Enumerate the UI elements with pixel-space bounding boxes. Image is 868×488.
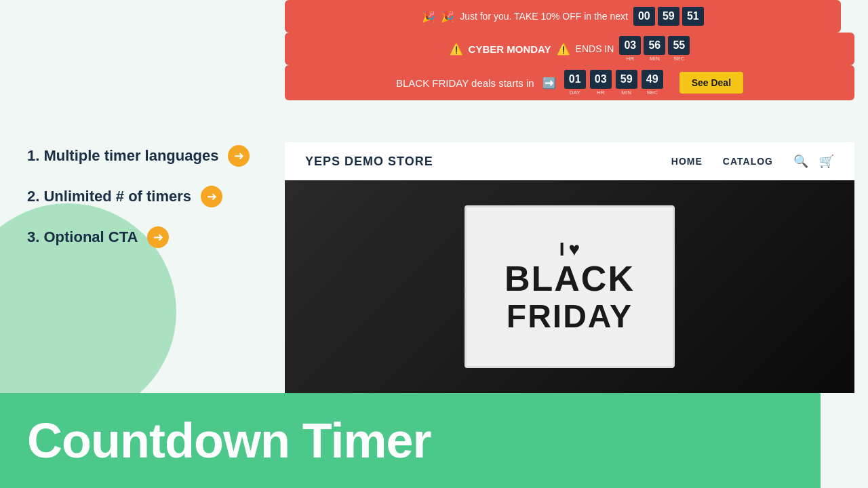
timer-bar-2-sec-label: SEC: [673, 56, 684, 62]
lightbox-line2: BLACK: [505, 260, 635, 298]
timer-bar-1-emoji-right: 🎉: [441, 10, 454, 23]
lightbox-sign: I ♥ BLACK FRIDAY: [465, 205, 675, 368]
timer-bar-1-hours-value: 00: [633, 7, 655, 26]
timer-bar-3-text: BLACK FRIDAY deals starts in: [396, 77, 534, 89]
timer-bar-1-minutes: 59: [658, 7, 679, 26]
timer-bar-1-digits: 00 59 51: [633, 7, 704, 26]
bottom-bar: Countdown Timer: [0, 393, 821, 488]
cart-icon[interactable]: 🛒: [819, 154, 834, 169]
nav-home[interactable]: HOME: [671, 156, 703, 167]
feature-item-2: 2. Unlimited # of timers ➜: [27, 186, 261, 207]
timer-bar-2-digits: 03 HR 56 MIN 55 SEC: [619, 36, 690, 62]
see-deal-button[interactable]: See Deal: [679, 72, 743, 94]
timer-bar-2-sec-value: 55: [668, 36, 690, 55]
feature-1-text: 1. Multiple timer languages: [27, 147, 218, 165]
timer-bar-1-text: Just for you. TAKE 10% OFF in the next: [460, 11, 628, 22]
timer-bar-2-hr: 03 HR: [619, 36, 641, 62]
timer-bar-1-minutes-value: 59: [658, 7, 679, 26]
timer-bar-3-min-label: MIN: [621, 89, 631, 96]
timer-bar-1: 🎉 🎉 Just for you. TAKE 10% OFF in the ne…: [285, 0, 841, 33]
timer-bar-2-min-value: 56: [644, 36, 665, 55]
timer-bar-1-hours: 00: [633, 7, 655, 26]
feature-3-arrow-icon[interactable]: ➜: [147, 226, 169, 248]
timer-bar-3: BLACK FRIDAY deals starts in ➡️ 01 DAY 0…: [285, 65, 854, 100]
timer-bar-3-day: 01 DAY: [564, 70, 586, 96]
timer-bar-2-hr-label: HR: [627, 56, 635, 62]
timer-bar-2-warning-right: ⚠️: [557, 43, 570, 56]
nav-catalog[interactable]: CATALOG: [723, 156, 773, 167]
bottom-bar-title: Countdown Timer: [27, 413, 431, 468]
feature-item-3: 3. Optional CTA ➜: [27, 226, 261, 248]
nav-icons: 🔍 🛒: [793, 154, 834, 169]
feature-2-arrow-icon[interactable]: ➜: [201, 186, 222, 207]
timer-bar-3-min-value: 59: [616, 70, 637, 89]
timer-bar-2-hr-value: 03: [619, 36, 641, 55]
timer-bar-3-sec: 49 SEC: [642, 70, 663, 96]
feature-1-arrow-icon[interactable]: ➜: [228, 145, 250, 167]
timer-bar-2-warning-left: ⚠️: [450, 43, 463, 56]
timer-bar-3-hr: 03 HR: [590, 70, 612, 96]
timer-bar-2-ends-in: ENDS IN: [576, 43, 614, 54]
feature-3-text: 3. Optional CTA: [27, 228, 138, 246]
timer-bar-1-seconds-value: 51: [682, 7, 704, 26]
store-logo: YEPS DEMO STORE: [305, 155, 433, 169]
timer-bar-3-min: 59 MIN: [616, 70, 637, 96]
lightbox-line1: I ♥: [559, 239, 580, 260]
timer-bar-1-seconds: 51: [682, 7, 704, 26]
timer-bar-2-text: CYBER MONDAY: [469, 43, 551, 55]
timer-bar-2-min: 56 MIN: [644, 36, 665, 62]
lightbox-line3: FRIDAY: [507, 299, 633, 335]
timer-bar-2-min-label: MIN: [650, 56, 660, 62]
timer-bar-3-arrow: ➡️: [542, 77, 556, 89]
timer-bar-3-hr-value: 03: [590, 70, 612, 89]
search-icon[interactable]: 🔍: [793, 154, 808, 169]
hero-area: I ♥ BLACK FRIDAY: [285, 180, 854, 393]
timer-bar-1-emoji-left: 🎉: [422, 10, 435, 23]
feature-2-text: 2. Unlimited # of timers: [27, 188, 191, 205]
timer-bar-3-sec-label: SEC: [646, 89, 657, 96]
lightbox-i-text: I: [559, 239, 565, 260]
demo-area: 🎉 🎉 Just for you. TAKE 10% OFF in the ne…: [285, 0, 868, 393]
timer-bar-2-sec: 55 SEC: [668, 36, 690, 62]
timer-bar-3-day-label: DAY: [570, 89, 580, 96]
timer-bar-3-hr-label: HR: [597, 89, 605, 96]
left-panel: 1. Multiple timer languages ➜ 2. Unlimit…: [0, 0, 281, 393]
timer-bar-3-digits: 01 DAY 03 HR 59 MIN 49 SEC: [564, 70, 663, 96]
timer-bar-2: ⚠️ CYBER MONDAY ⚠️ ENDS IN 03 HR 56 MIN …: [285, 33, 854, 65]
heart-icon: ♥: [569, 239, 580, 260]
timer-bar-3-day-value: 01: [564, 70, 586, 89]
store-nav-links: HOME CATALOG 🔍 🛒: [671, 154, 834, 169]
timer-bar-3-sec-value: 49: [642, 70, 663, 89]
feature-item-1: 1. Multiple timer languages ➜: [27, 145, 261, 167]
store-mockup: YEPS DEMO STORE HOME CATALOG 🔍 🛒 I ♥ BLA…: [285, 142, 854, 393]
store-nav: YEPS DEMO STORE HOME CATALOG 🔍 🛒: [285, 142, 854, 180]
